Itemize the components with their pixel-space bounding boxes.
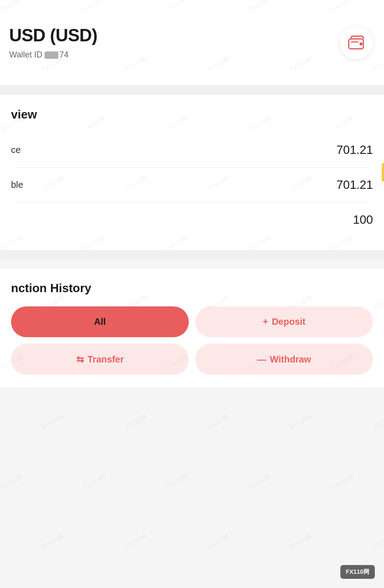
transfer-icon: ⇆ xyxy=(76,354,84,365)
overview-card: view ce 701.21 ble 701.21 100 xyxy=(0,95,384,250)
overview-row-third: 100 xyxy=(11,203,373,237)
svg-point-1 xyxy=(360,42,363,45)
section-gap-1 xyxy=(0,85,384,95)
filter-btn-withdraw[interactable]: — Withdraw xyxy=(195,344,373,375)
filter-btn-withdraw-label: Withdraw xyxy=(270,354,311,365)
filter-buttons-grid: All + Deposit ⇆ Transfer — Withdraw xyxy=(11,306,373,375)
header-left: USD (USD) Wallet ID 74 xyxy=(9,26,97,60)
wallet-id-label: Wallet ID xyxy=(9,50,42,59)
wallet-id-value: 74 xyxy=(59,50,68,59)
overview-value-balance: 701.21 xyxy=(336,143,373,157)
fx110-badge: FX110网 xyxy=(340,565,375,579)
overview-row-balance: ce 701.21 xyxy=(11,133,373,168)
withdraw-icon: — xyxy=(257,354,266,365)
wallet-id: Wallet ID 74 xyxy=(9,50,97,60)
bottom-space xyxy=(0,388,384,424)
overview-row-available: ble 701.21 xyxy=(11,168,373,203)
filter-btn-transfer[interactable]: ⇆ Transfer xyxy=(11,344,189,375)
history-card: nction History All + Deposit ⇆ Transfer … xyxy=(0,268,384,388)
wallet-icon xyxy=(347,34,366,52)
overview-label-balance: ce xyxy=(11,145,21,155)
filter-btn-deposit-label: Deposit xyxy=(272,317,305,327)
history-title: nction History xyxy=(11,281,373,295)
wallet-icon-container[interactable] xyxy=(340,26,373,59)
overview-value-available: 701.21 xyxy=(336,178,373,192)
yellow-accent-bar xyxy=(382,163,384,181)
deposit-icon: + xyxy=(263,317,268,327)
filter-btn-deposit[interactable]: + Deposit xyxy=(195,306,373,337)
currency-title: USD (USD) xyxy=(9,26,97,45)
section-gap-2 xyxy=(0,250,384,259)
filter-btn-all[interactable]: All xyxy=(11,306,189,337)
overview-title: view xyxy=(11,107,373,122)
overview-value-third: 100 xyxy=(353,213,373,227)
filter-btn-transfer-label: Transfer xyxy=(88,354,124,365)
overview-label-available: ble xyxy=(11,180,23,190)
header-card: USD (USD) Wallet ID 74 xyxy=(0,0,384,85)
filter-btn-all-label: All xyxy=(94,317,106,327)
wallet-id-blurred xyxy=(45,51,58,59)
